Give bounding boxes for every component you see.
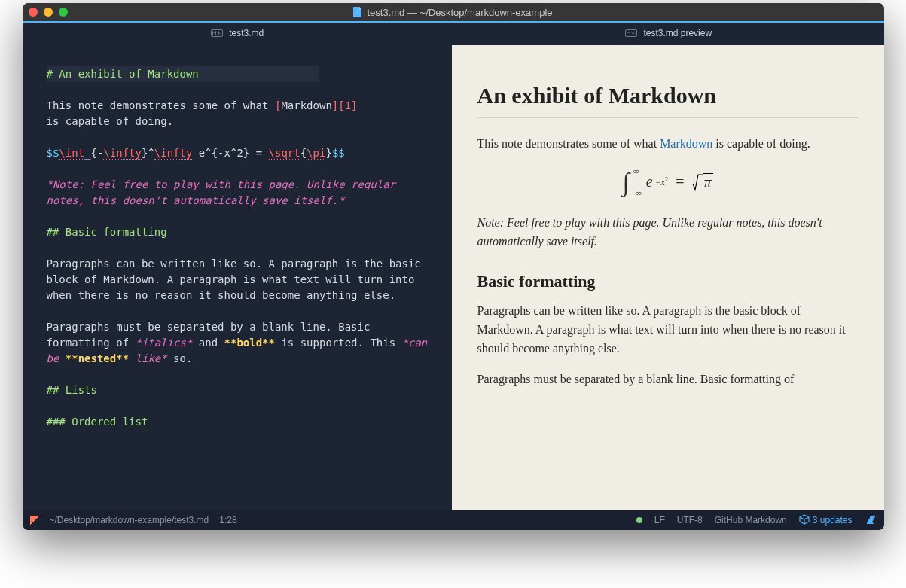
source-editor[interactable]: # An exhibit of Markdown This note demon…: [23, 45, 452, 510]
status-modified-icon[interactable]: [30, 516, 39, 525]
editor-line: # An exhibit of Markdown: [47, 66, 319, 82]
package-icon: [799, 514, 810, 527]
editor-line: $$\int_{-\infty}^\infty e^{-x^2} = \sqrt…: [47, 147, 345, 160]
tab-preview[interactable]: test3.md preview: [453, 21, 884, 45]
tab-source-label: test3.md: [229, 28, 264, 38]
tab-preview-label: test3.md preview: [643, 28, 712, 38]
preview-paragraph: Note: Feel free to play with this page. …: [477, 214, 859, 251]
status-encoding[interactable]: UTF-8: [677, 515, 703, 526]
markdown-link[interactable]: Markdown: [660, 137, 712, 150]
editor-line: ## Basic formatting: [47, 226, 167, 238]
status-bar: ~/Desktop/markdown-example/test3.md 1:28…: [23, 510, 884, 530]
window-title: test3.md — ~/Desktop/markdown-example: [23, 7, 884, 18]
preview-paragraph: This note demonstrates some of what Mark…: [477, 135, 859, 154]
status-path[interactable]: ~/Desktop/markdown-example/test3.md: [50, 515, 209, 526]
editor-line: Paragraphs must be separated by a blank …: [47, 321, 434, 364]
status-grammar[interactable]: GitHub Markdown: [715, 515, 787, 526]
split-pane: # An exhibit of Markdown This note demon…: [23, 45, 884, 510]
tab-bar: test3.md test3.md preview: [23, 21, 884, 45]
traffic-lights: [29, 8, 68, 17]
editor-line: ## Lists: [47, 384, 97, 396]
status-eol[interactable]: LF: [654, 515, 665, 526]
titlebar[interactable]: test3.md — ~/Desktop/markdown-example: [23, 3, 884, 21]
status-git-icon[interactable]: [636, 517, 642, 523]
math-display: ∫ ∞−∞ e−x2 = π: [477, 167, 859, 197]
editor-line: This note demonstrates some of what [Mar…: [47, 99, 358, 127]
preview-h2: Basic formatting: [477, 272, 859, 291]
close-window-button[interactable]: [29, 8, 38, 17]
file-icon: [353, 7, 362, 17]
window-title-text: test3.md — ~/Desktop/markdown-example: [367, 7, 552, 18]
editor-line: *Note: Feel free to play with this page.…: [47, 178, 402, 206]
editor-window: test3.md — ~/Desktop/markdown-example te…: [23, 3, 884, 530]
preview-paragraph: Paragraphs must be separated by a blank …: [477, 370, 859, 389]
preview-h1: An exhibit of Markdown: [477, 83, 859, 118]
markdown-icon: [211, 29, 223, 37]
preview-paragraph: Paragraphs can be written like so. A par…: [477, 302, 859, 358]
markdown-icon: [625, 29, 637, 37]
zoom-window-button[interactable]: [59, 8, 68, 17]
status-cursor[interactable]: 1:28: [219, 515, 236, 526]
squirrel-icon[interactable]: [865, 513, 877, 528]
minimize-window-button[interactable]: [44, 8, 53, 17]
tab-source[interactable]: test3.md: [23, 21, 454, 45]
status-updates[interactable]: 3 updates: [799, 514, 853, 527]
editor-line: Paragraphs can be written like so. A par…: [47, 257, 428, 301]
editor-line: ### Ordered list: [47, 416, 148, 428]
markdown-preview[interactable]: An exhibit of Markdown This note demonst…: [452, 45, 884, 510]
